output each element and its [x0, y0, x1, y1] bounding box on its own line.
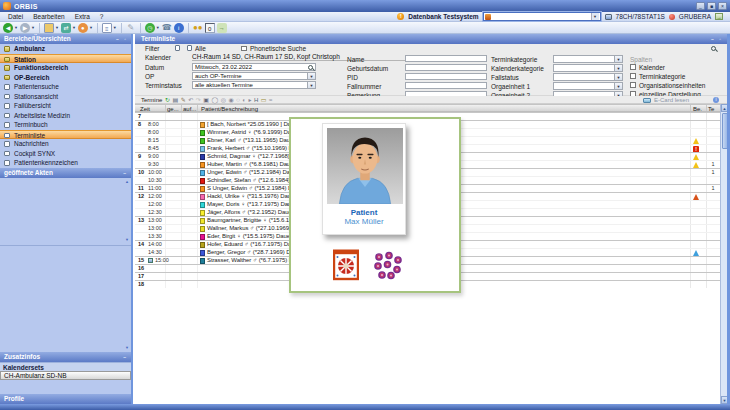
forward-button[interactable]: ▶▼	[20, 23, 35, 33]
filter-select-fallstatus[interactable]: ▼	[553, 73, 623, 81]
patient-photo-card[interactable]: Patient Max Müller	[322, 123, 406, 235]
chevron-down-icon[interactable]: ▼	[156, 25, 160, 30]
chevron-down-icon[interactable]: ▼	[307, 73, 315, 79]
panel-collapse-icon[interactable]: –	[123, 352, 128, 362]
search-icon[interactable]	[308, 65, 313, 70]
termine-toolbar-icon-8[interactable]: ◉	[228, 96, 233, 104]
ecard-icon[interactable]	[643, 98, 651, 103]
chevron-down-icon[interactable]: ▼	[89, 25, 93, 30]
close-button[interactable]: ×	[718, 2, 727, 10]
clock-button[interactable]: ◷▼	[145, 23, 160, 33]
chevron-down-icon[interactable]: ▼	[55, 25, 59, 30]
search-icon[interactable]	[711, 46, 716, 51]
info-button[interactable]: i	[174, 23, 184, 33]
sidebar-item-terminbuch[interactable]: Terminbuch	[0, 120, 131, 130]
info-icon[interactable]: i	[713, 97, 719, 103]
termine-toolbar-icon-5[interactable]: ▣	[203, 96, 209, 104]
sidebar-item-ambulanz[interactable]: Ambulanz	[0, 44, 131, 54]
red-sign-thumbnail[interactable]	[333, 247, 359, 283]
filter-select-orgaeinheit-1[interactable]: ▼	[553, 82, 623, 90]
filter-input-geburtsdatum[interactable]	[405, 64, 487, 71]
filter-alle-label[interactable]: Alle	[195, 45, 206, 52]
maximize-button[interactable]: ■	[707, 2, 716, 10]
logout-icon[interactable]: →	[715, 13, 723, 20]
sidebar-item-patientenkennzeichen[interactable]: Patientenkennzeichen	[0, 158, 131, 168]
chevron-down-icon[interactable]: ▼	[72, 25, 76, 30]
menu-extra[interactable]: Extra	[70, 12, 95, 22]
filter-input-name[interactable]	[405, 55, 487, 62]
termine-toolbar-icon-14[interactable]: ≈	[269, 96, 272, 104]
sidebar-header-open-files[interactable]: geöffnete Akten –	[0, 168, 131, 178]
phone-button[interactable]: ☎	[162, 23, 172, 33]
back-button[interactable]: ◀▼	[3, 23, 18, 33]
chevron-down-icon[interactable]: ▼	[113, 25, 117, 30]
termine-toolbar-icon-4[interactable]: ↷	[196, 96, 201, 104]
termine-toolbar-icon-7[interactable]: ◎	[221, 96, 226, 104]
menu-bearbeiten[interactable]: Bearbeiten	[28, 12, 69, 22]
chevron-down-icon[interactable]: ▼	[614, 83, 622, 89]
transfer-button[interactable]: ⇄▼	[61, 23, 76, 33]
counter-box[interactable]: 0	[205, 23, 215, 33]
menu-[interactable]: ?	[95, 12, 109, 22]
sidebar-item-patientensuche[interactable]: Patientensuche	[0, 82, 131, 92]
termine-toolbar-icon-2[interactable]: ✎	[181, 96, 186, 104]
sidebar-item-fall-bersicht[interactable]: Fallübersicht	[0, 101, 131, 111]
sidebar-item-stationsansicht[interactable]: Stationsansicht	[0, 92, 131, 102]
sidebar-item-station[interactable]: Station	[0, 54, 131, 64]
filter-input-fallnummer[interactable]	[405, 82, 487, 89]
filter-select-terminkategorie[interactable]: ▼	[553, 55, 623, 63]
ecard-read-link[interactable]: E-Card lesen	[654, 96, 689, 104]
termine-toolbar-icon-3[interactable]: ↶	[188, 96, 193, 104]
chevron-down-icon[interactable]: ▼	[614, 74, 622, 80]
sidebar-item-funktionsbereich[interactable]: Funktionsbereich	[0, 63, 131, 73]
sidebar-item-nachrichten[interactable]: Nachrichten	[0, 139, 131, 149]
sidebar-item-arbeitsliste-medizin[interactable]: Arbeitsliste Medizin	[0, 111, 131, 121]
termine-toolbar-icon-11[interactable]: ▸	[248, 96, 251, 104]
cell-cluster-thumbnail[interactable]	[373, 251, 403, 281]
termine-toolbar-icon-12[interactable]: H	[254, 96, 258, 104]
minimize-button[interactable]: _	[696, 2, 705, 10]
folder-button[interactable]: ▼	[44, 23, 59, 33]
chevron-down-icon[interactable]: ▼	[307, 82, 315, 88]
filter-select-kalenderkategorie[interactable]: ▼	[553, 64, 623, 72]
filter-alle-icon[interactable]	[187, 45, 192, 51]
termine-toolbar-icon-10[interactable]: ◐	[242, 96, 246, 104]
filter-new-icon[interactable]	[175, 45, 180, 51]
logout-button[interactable]: →	[217, 23, 227, 33]
sidebar-header-extras[interactable]: Zusatzinfos –	[0, 352, 131, 362]
chevron-down-icon[interactable]: ▼	[14, 25, 18, 30]
filter-input-pid[interactable]	[405, 73, 487, 80]
filter-field-op[interactable]: auch OP-Termine▼	[192, 72, 316, 80]
edit-button[interactable]: ✎	[126, 23, 136, 33]
filter-field-terminstatus[interactable]: alle aktuellen Termine▼	[192, 81, 316, 89]
panel-collapse-icon[interactable]: –	[123, 168, 128, 178]
scroll-up-icon[interactable]: ▲	[125, 180, 129, 184]
sidebar-header-profile[interactable]: Profile	[0, 394, 131, 404]
phonetic-search-checkbox[interactable]	[241, 46, 247, 52]
patient-button[interactable]: ●▼	[78, 23, 93, 33]
termine-toolbar-icon-0[interactable]: ↻	[165, 96, 170, 104]
panel-pin-icon[interactable]: – ◦	[711, 34, 723, 44]
scroll-down-icon[interactable]: ▼	[125, 346, 129, 350]
termine-toolbar-icon-13[interactable]: ▭	[261, 96, 267, 104]
team-button[interactable]: ●●	[193, 23, 203, 33]
checkbox-terminkategorie[interactable]	[630, 73, 636, 79]
sidebar-item-op-bereich[interactable]: OP-Bereich	[0, 73, 131, 83]
scroll-down-icon[interactable]: ▼	[125, 238, 129, 242]
calendarset-item[interactable]: CH-Ambulanz SD-NB	[0, 371, 131, 381]
chevron-down-icon[interactable]: ▼	[31, 25, 35, 30]
termine-toolbar-icon-6[interactable]: ◯	[211, 96, 218, 104]
filter-field-datum[interactable]: Mittwoch, 23.02.2022	[192, 63, 316, 71]
termine-toolbar-icon-9[interactable]: ◌	[236, 96, 240, 104]
chevron-down-icon[interactable]: ▼	[591, 13, 599, 20]
termine-toolbar-icon-1[interactable]: ▤	[173, 96, 179, 104]
menu-datei[interactable]: Datei	[3, 12, 28, 22]
chevron-down-icon[interactable]: ▼	[614, 56, 622, 62]
document-button[interactable]: ≡▼	[102, 23, 117, 33]
sidebar-item-terminliste[interactable]: Terminliste	[0, 130, 131, 140]
chevron-down-icon[interactable]: ▼	[614, 65, 622, 71]
context-combo[interactable]: ▼	[483, 12, 601, 21]
sidebar-item-cockpit-synx[interactable]: Cockpit SYNX	[0, 149, 131, 159]
panel-collapse-icon[interactable]: – ◦	[116, 34, 128, 44]
vertical-scrollbar[interactable]: ▲ ▼	[720, 104, 727, 404]
